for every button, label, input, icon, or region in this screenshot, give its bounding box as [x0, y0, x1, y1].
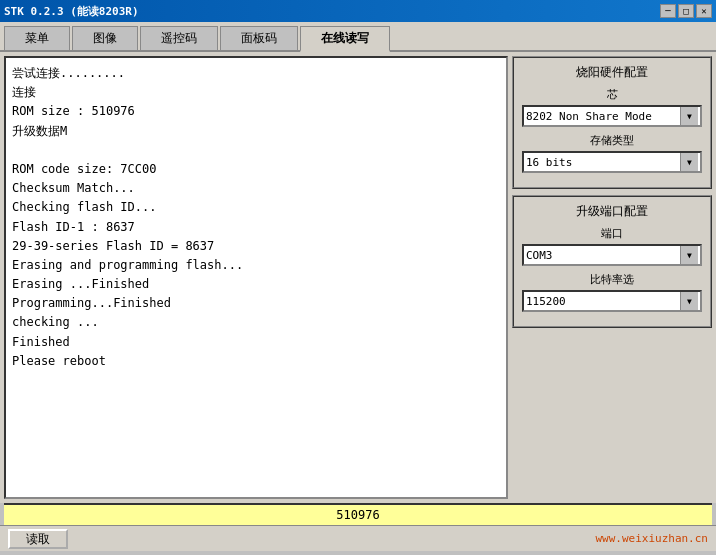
close-button[interactable]: ✕	[696, 4, 712, 18]
memory-select-arrow[interactable]: ▼	[680, 153, 698, 171]
tab-bar: 菜单 图像 遥控码 面板码 在线读写	[0, 22, 716, 52]
log-line-9: Flash ID-1 : 8637	[12, 218, 500, 237]
port-config-group: 升级端口配置 端口 COM3 ▼ 比特率选 115200 ▼	[512, 195, 712, 328]
memory-select-value: 16 bits	[526, 156, 572, 169]
log-line-2: 连接	[12, 83, 500, 102]
minimize-button[interactable]: ─	[660, 4, 676, 18]
port-select-arrow[interactable]: ▼	[680, 246, 698, 264]
log-line-3: ROM size : 510976	[12, 102, 500, 121]
log-panel[interactable]: 尝试连接......... 连接 ROM size : 510976 升级数据M…	[4, 56, 508, 499]
baud-select-value: 115200	[526, 295, 566, 308]
maximize-button[interactable]: □	[678, 4, 694, 18]
chip-select[interactable]: 8202 Non Share Mode ▼	[522, 105, 702, 127]
log-line-15: Finished	[12, 333, 500, 352]
memory-field: 存储类型 16 bits ▼	[522, 133, 702, 173]
chip-label: 芯	[522, 87, 702, 102]
status-bar: 510976	[4, 503, 712, 525]
baud-field: 比特率选 115200 ▼	[522, 272, 702, 312]
main-content: 尝试连接......... 连接 ROM size : 510976 升级数据M…	[0, 52, 716, 503]
tab-menu[interactable]: 菜单	[4, 26, 70, 50]
title-bar-buttons: ─ □ ✕	[660, 4, 712, 18]
log-line-5	[12, 141, 500, 160]
baud-label: 比特率选	[522, 272, 702, 287]
port-select-value: COM3	[526, 249, 553, 262]
status-value: 510976	[336, 508, 379, 522]
tab-image[interactable]: 图像	[72, 26, 138, 50]
chip-select-value: 8202 Non Share Mode	[526, 110, 652, 123]
bottom-bar: 读取 www.weixiuzhan.cn	[0, 525, 716, 551]
memory-select[interactable]: 16 bits ▼	[522, 151, 702, 173]
port-select[interactable]: COM3 ▼	[522, 244, 702, 266]
tab-panel[interactable]: 面板码	[220, 26, 298, 50]
tab-online-read[interactable]: 在线读写	[300, 26, 390, 52]
chip-select-arrow[interactable]: ▼	[680, 107, 698, 125]
port-field: 端口 COM3 ▼	[522, 226, 702, 266]
port-label: 端口	[522, 226, 702, 241]
log-line-8: Checking flash ID...	[12, 198, 500, 217]
log-line-14: checking ...	[12, 313, 500, 332]
hardware-config-title: 烧阳硬件配置	[522, 64, 702, 81]
log-line-13: Programming...Finished	[12, 294, 500, 313]
log-line-16: Please reboot	[12, 352, 500, 371]
log-line-10: 29-39-series Flash ID = 8637	[12, 237, 500, 256]
port-config-title: 升级端口配置	[522, 203, 702, 220]
log-line-12: Erasing ...Finished	[12, 275, 500, 294]
log-line-11: Erasing and programming flash...	[12, 256, 500, 275]
baud-select-arrow[interactable]: ▼	[680, 292, 698, 310]
title-text: STK 0.2.3 (能读8203R)	[4, 4, 139, 19]
log-line-7: Checksum Match...	[12, 179, 500, 198]
read-button[interactable]: 读取	[8, 529, 68, 549]
hardware-config-group: 烧阳硬件配置 芯 8202 Non Share Mode ▼ 存储类型 16 b…	[512, 56, 712, 189]
baud-select[interactable]: 115200 ▼	[522, 290, 702, 312]
chip-field: 芯 8202 Non Share Mode ▼	[522, 87, 702, 127]
title-bar: STK 0.2.3 (能读8203R) ─ □ ✕	[0, 0, 716, 22]
right-panel: 烧阳硬件配置 芯 8202 Non Share Mode ▼ 存储类型 16 b…	[512, 56, 712, 499]
watermark: www.weixiuzhan.cn	[595, 532, 708, 545]
log-line-4: 升级数据M	[12, 122, 500, 141]
log-line-6: ROM code size: 7CC00	[12, 160, 500, 179]
tab-remote[interactable]: 遥控码	[140, 26, 218, 50]
log-line-1: 尝试连接.........	[12, 64, 500, 83]
memory-label: 存储类型	[522, 133, 702, 148]
